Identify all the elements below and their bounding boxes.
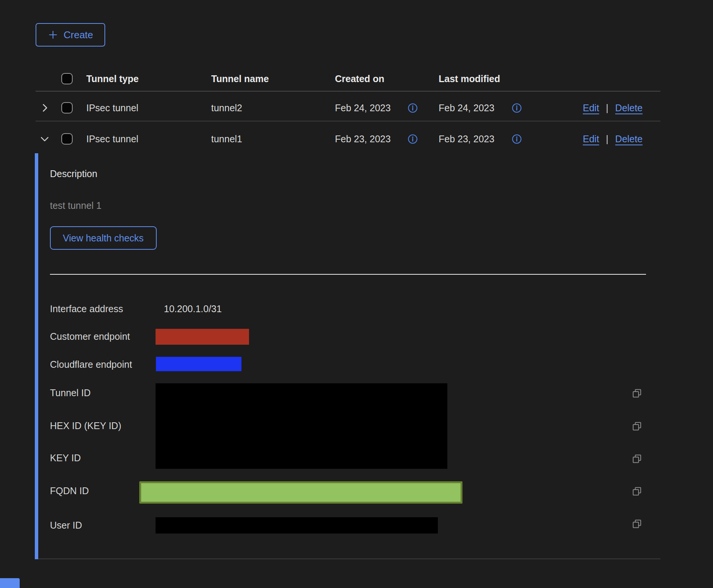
description-value: test tunnel 1 [50, 200, 101, 211]
interface-address-value: 10.200.1.0/31 [164, 303, 222, 314]
column-header-last-modified: Last modified [439, 73, 500, 84]
tunnel-id-label: Tunnel ID [50, 387, 90, 398]
id-values-redacted-block [156, 383, 447, 469]
info-icon[interactable] [408, 103, 418, 115]
user-id-label: User ID [50, 520, 82, 531]
view-health-checks-button[interactable]: View health checks [50, 226, 157, 250]
created-on-cell: Feb 24, 2023 [335, 102, 391, 114]
info-icon[interactable] [512, 134, 522, 146]
cloudflare-endpoint-redacted-value [156, 357, 241, 371]
tunnel-name-cell: tunnel2 [211, 102, 242, 114]
panel-bottom-divider [38, 558, 660, 559]
partial-blue-button[interactable] [0, 578, 20, 588]
copy-icon[interactable] [631, 486, 643, 497]
row-checkbox[interactable] [61, 102, 73, 114]
delete-link[interactable]: Delete [615, 102, 643, 114]
description-label: Description [50, 168, 97, 179]
expanded-row-indicator-bar [35, 153, 38, 559]
tunnel-name-cell: tunnel1 [211, 133, 242, 145]
row-divider [36, 121, 660, 121]
hex-id-label: HEX ID (KEY ID) [50, 420, 121, 431]
copy-icon[interactable] [631, 518, 643, 530]
action-separator: | [606, 102, 609, 114]
select-all-checkbox[interactable] [61, 73, 73, 84]
create-button-label: Create [64, 29, 93, 41]
create-button[interactable]: Create [36, 23, 105, 47]
action-separator: | [606, 133, 609, 145]
fqdn-id-label: FQDN ID [50, 485, 89, 496]
key-id-label: KEY ID [50, 452, 81, 464]
info-icon[interactable] [512, 103, 522, 115]
plus-icon [48, 30, 58, 40]
fqdn-id-redacted-value [139, 481, 462, 504]
delete-link[interactable]: Delete [615, 133, 643, 145]
last-modified-cell: Feb 23, 2023 [439, 133, 494, 145]
copy-icon[interactable] [631, 453, 643, 465]
created-on-cell: Feb 23, 2023 [335, 133, 391, 145]
row-checkbox[interactable] [61, 133, 73, 145]
edit-link[interactable]: Edit [583, 102, 599, 114]
column-header-created-on: Created on [335, 73, 385, 84]
column-header-tunnel-name: Tunnel name [211, 73, 269, 84]
copy-icon[interactable] [631, 421, 643, 432]
cloudflare-endpoint-label: Cloudflare endpoint [50, 359, 132, 370]
user-id-redacted-value [156, 517, 438, 534]
customer-endpoint-label: Customer endpoint [50, 331, 130, 342]
chevron-down-icon[interactable] [39, 134, 50, 146]
tunnel-type-cell: IPsec tunnel [86, 133, 139, 145]
column-header-tunnel-type: Tunnel type [86, 73, 139, 84]
chevron-right-icon[interactable] [39, 103, 50, 115]
copy-icon[interactable] [631, 388, 643, 399]
detail-divider [50, 274, 646, 275]
tunnel-type-cell: IPsec tunnel [86, 102, 139, 114]
edit-link[interactable]: Edit [583, 133, 599, 145]
header-divider [36, 91, 660, 92]
interface-address-label: Interface address [50, 303, 123, 314]
last-modified-cell: Feb 24, 2023 [439, 102, 494, 114]
customer-endpoint-redacted-value [156, 329, 249, 345]
info-icon[interactable] [408, 134, 418, 146]
